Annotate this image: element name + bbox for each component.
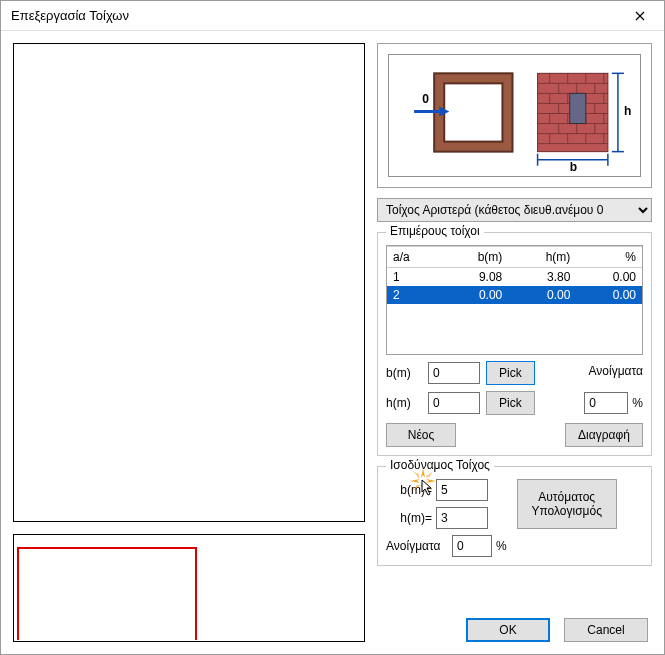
- subwalls-table-box: a/a b(m) h(m) % 1 9.08 3.80 0.00: [386, 245, 643, 355]
- preview-canvas: [13, 534, 365, 642]
- eq-openings-input[interactable]: [452, 535, 492, 557]
- content-area: 0: [1, 31, 664, 654]
- hm-input[interactable]: [428, 392, 480, 414]
- arrow-label: 0: [422, 92, 429, 106]
- openings-pct: %: [632, 396, 643, 410]
- wall-outline: [17, 547, 197, 640]
- openings-input[interactable]: [584, 392, 628, 414]
- wall-selector-row: Τοίχος Αριστερά (κάθετος διευθ.ανέμου 0: [377, 198, 652, 222]
- openings-label: Ανοίγματα: [589, 364, 644, 378]
- subwalls-group-title: Επιμέρους τοίχοι: [386, 224, 484, 238]
- window-title: Επεξεργασία Τοίχων: [11, 8, 129, 23]
- col-pct[interactable]: %: [576, 247, 642, 268]
- table-row[interactable]: 2 0.00 0.00 0.00: [387, 286, 642, 304]
- eq-hm-label: h(m)=: [386, 511, 432, 525]
- subwalls-table[interactable]: a/a b(m) h(m) % 1 9.08 3.80 0.00: [387, 246, 642, 304]
- bm-input[interactable]: [428, 362, 480, 384]
- table-row[interactable]: 1 9.08 3.80 0.00: [387, 268, 642, 287]
- svg-rect-1: [444, 83, 502, 141]
- left-pane: [13, 43, 365, 642]
- dialog-window: Επεξεργασία Τοίχων: [0, 0, 665, 655]
- main-canvas: [13, 43, 365, 522]
- pick-h-button[interactable]: Pick: [486, 391, 535, 415]
- new-button[interactable]: Νέος: [386, 423, 456, 447]
- eq-group-title: Ισοδύναμος Τοίχος: [386, 458, 494, 472]
- close-button[interactable]: [618, 2, 662, 30]
- ok-button[interactable]: OK: [466, 618, 550, 642]
- equivalent-wall-group: Ισοδύναμος Τοίχος b(m)= h(m)= Ανοίγματα: [377, 466, 652, 566]
- eq-openings-label: Ανοίγματα: [386, 539, 448, 553]
- h-label: h: [624, 105, 631, 119]
- b-label: b: [570, 160, 577, 174]
- col-h[interactable]: h(m): [508, 247, 576, 268]
- eq-bm-label: b(m)=: [386, 483, 432, 497]
- wall-selector[interactable]: Τοίχος Αριστερά (κάθετος διευθ.ανέμου 0: [377, 198, 652, 222]
- col-id[interactable]: a/a: [387, 247, 440, 268]
- right-pane: 0: [377, 43, 652, 642]
- eq-bm-input[interactable]: [436, 479, 488, 501]
- titlebar: Επεξεργασία Τοίχων: [1, 1, 664, 31]
- pick-b-button[interactable]: Pick: [486, 361, 535, 385]
- eq-openings-pct: %: [496, 539, 507, 553]
- eq-hm-input[interactable]: [436, 507, 488, 529]
- hm-label: h(m): [386, 396, 422, 410]
- subwalls-group: Επιμέρους τοίχοι a/a b(m) h(m) %: [377, 232, 652, 456]
- cancel-button[interactable]: Cancel: [564, 618, 648, 642]
- diagram-box: 0: [377, 43, 652, 188]
- close-icon: [635, 11, 645, 21]
- auto-calc-button[interactable]: Αυτόματος Υπολογισμός: [517, 479, 617, 529]
- dialog-buttons: OK Cancel: [466, 618, 648, 642]
- col-b[interactable]: b(m): [440, 247, 508, 268]
- delete-button[interactable]: Διαγραφή: [565, 423, 643, 447]
- wall-diagram: 0: [389, 55, 640, 176]
- bm-label: b(m): [386, 366, 422, 380]
- svg-rect-37: [570, 93, 586, 123]
